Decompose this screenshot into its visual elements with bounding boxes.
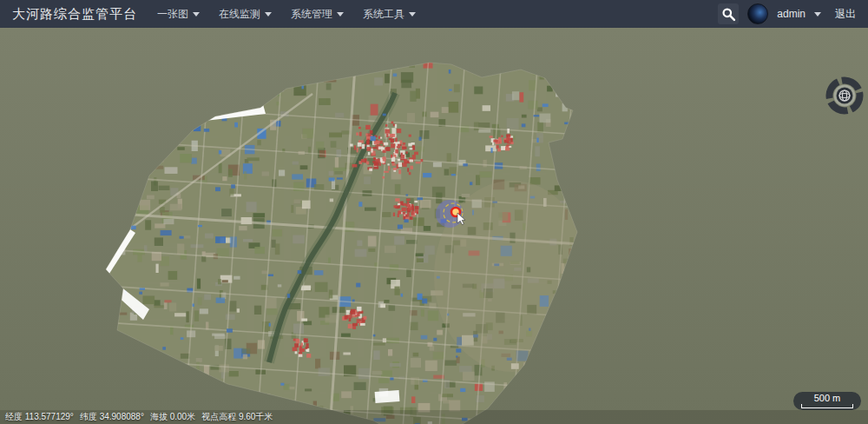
- chevron-down-icon: [337, 12, 344, 17]
- compass-center: [837, 88, 853, 104]
- logout-button[interactable]: 退出: [835, 7, 856, 22]
- app-title: 大河路综合监管平台: [0, 6, 137, 23]
- chevron-down-icon: [814, 12, 821, 17]
- search-button[interactable]: [718, 3, 739, 24]
- user-avatar[interactable]: [747, 3, 768, 24]
- altitude-readout: 海拔 0.00米: [150, 411, 195, 423]
- chevron-down-icon: [193, 12, 200, 17]
- location-marker[interactable]: [436, 200, 464, 228]
- header-right: admin 退出: [718, 3, 868, 24]
- scale-bar: 500 m: [793, 392, 861, 410]
- menu-item-one-map[interactable]: 一张图: [148, 0, 209, 28]
- app-window: 大河路综合监管平台 一张图 在线监测 系统管理 系统工具: [0, 0, 868, 424]
- main-menu: 一张图 在线监测 系统管理 系统工具: [148, 0, 425, 28]
- menu-item-system-tools[interactable]: 系统工具: [353, 0, 425, 28]
- top-navbar: 大河路综合监管平台 一张图 在线监测 系统管理 系统工具: [0, 0, 868, 28]
- scale-rule: [801, 404, 853, 408]
- view-height-readout: 视点高程 9.60千米: [201, 411, 273, 423]
- longitude-readout: 经度 113.577129°: [5, 411, 74, 423]
- chevron-down-icon: [265, 12, 272, 17]
- menu-item-system-management[interactable]: 系统管理: [281, 0, 353, 28]
- coordinates-statusbar: 经度 113.577129° 纬度 34.908088° 海拔 0.00米 视点…: [0, 410, 868, 424]
- menu-item-online-monitoring[interactable]: 在线监测: [209, 0, 281, 28]
- map-viewport[interactable]: 500 m 经度 113.577129° 纬度 34.908088° 海拔 0.…: [0, 28, 868, 424]
- scale-label: 500 m: [814, 394, 841, 403]
- latitude-readout: 纬度 34.908088°: [80, 411, 144, 423]
- compass-navigation-widget[interactable]: [825, 76, 864, 115]
- chevron-down-icon: [409, 12, 416, 17]
- user-menu[interactable]: admin: [777, 8, 821, 20]
- orthophoto-3d-model[interactable]: [95, 59, 590, 424]
- search-icon: [721, 7, 736, 22]
